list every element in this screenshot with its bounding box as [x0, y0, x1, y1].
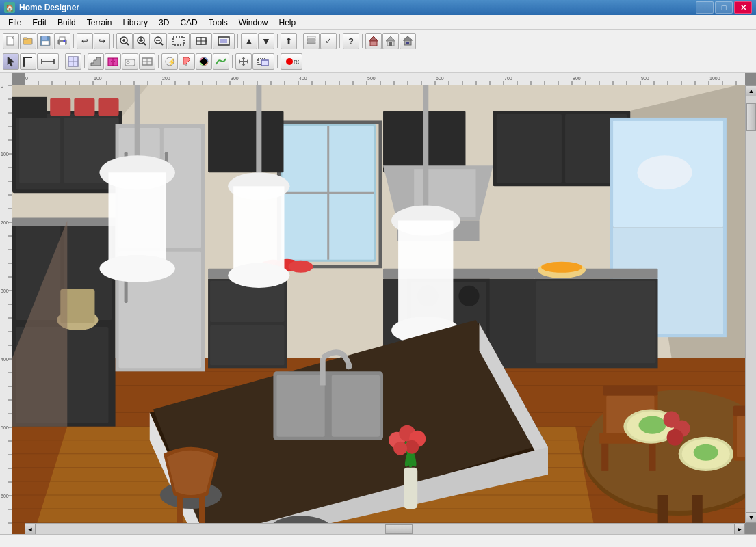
- svg-point-9: [64, 40, 66, 42]
- viewport[interactable]: 01002003004005006007008009001000: [12, 73, 756, 534]
- vertical-scrollbar[interactable]: ▲ ▼: [745, 85, 756, 523]
- svg-rect-5: [42, 41, 49, 45]
- undo-button[interactable]: ↩: [77, 33, 93, 49]
- window-place-button[interactable]: [139, 53, 155, 70]
- svg-rect-27: [307, 42, 315, 44]
- camera-house-button[interactable]: [400, 33, 416, 49]
- svg-rect-225: [12, 97, 47, 118]
- menu-library[interactable]: Library: [117, 16, 153, 29]
- dimensions-button[interactable]: [37, 53, 59, 70]
- svg-rect-276: [536, 281, 656, 363]
- transform-button[interactable]: [252, 53, 274, 70]
- cabinet-button[interactable]: [105, 53, 121, 70]
- svg-rect-37: [406, 42, 409, 44]
- toolbar-separator: [300, 34, 300, 48]
- save-button[interactable]: [37, 33, 53, 49]
- minimize-button[interactable]: ─: [696, 1, 714, 14]
- help-button[interactable]: ?: [343, 33, 359, 49]
- move-button[interactable]: [235, 53, 252, 70]
- zoom-out-button[interactable]: [151, 33, 167, 49]
- roof-button[interactable]: [365, 33, 382, 49]
- check-button[interactable]: ✓: [320, 33, 337, 49]
- rooms-button[interactable]: [65, 53, 81, 70]
- scroll-up-button[interactable]: ▲: [746, 85, 756, 96]
- svg-rect-31: [370, 41, 377, 46]
- zoom-magnify-button[interactable]: [116, 33, 133, 49]
- prev-floor-button[interactable]: ▲: [241, 33, 257, 49]
- svg-rect-226: [50, 98, 70, 116]
- svg-rect-331: [603, 385, 657, 395]
- svg-text:REC: REC: [294, 59, 299, 65]
- scroll-left-button[interactable]: ◄: [25, 524, 36, 534]
- horizontal-scrollbar[interactable]: ◄ ►: [25, 523, 745, 534]
- svg-rect-2: [23, 38, 27, 40]
- toolbar-separator: [84, 55, 85, 68]
- scroll-track-vertical[interactable]: [746, 96, 756, 512]
- svg-rect-254: [497, 114, 562, 183]
- svg-text:⚡: ⚡: [168, 57, 175, 66]
- scroll-right-button[interactable]: ►: [734, 524, 745, 534]
- scroll-down-button[interactable]: ▼: [746, 512, 756, 523]
- stair-button[interactable]: [88, 53, 104, 70]
- svg-rect-8: [60, 42, 65, 45]
- select-button[interactable]: [3, 53, 19, 70]
- svg-rect-334: [649, 444, 655, 471]
- svg-rect-337: [733, 406, 745, 416]
- next-floor-button[interactable]: ▼: [258, 33, 274, 49]
- menu-window[interactable]: Window: [233, 16, 274, 29]
- layers-button[interactable]: [303, 33, 320, 49]
- svg-rect-336: [737, 416, 745, 457]
- svg-point-49: [114, 61, 115, 62]
- new-button[interactable]: [3, 33, 19, 49]
- fit-window-button[interactable]: [213, 33, 235, 49]
- menu-edit[interactable]: Edit: [27, 16, 52, 29]
- svg-rect-233: [12, 217, 119, 226]
- svg-text:600: 600: [1, 494, 9, 498]
- svg-rect-333: [601, 444, 608, 471]
- maximize-button[interactable]: □: [715, 1, 733, 14]
- paint-button[interactable]: [179, 53, 195, 70]
- top-ruler: 01002003004005006007008009001000: [25, 73, 745, 85]
- print-button[interactable]: [54, 33, 70, 49]
- house-button[interactable]: [382, 33, 399, 49]
- svg-point-312: [405, 440, 419, 454]
- record-button[interactable]: REC: [281, 53, 302, 70]
- menu-build[interactable]: Build: [52, 16, 81, 29]
- up-arrow-button[interactable]: ⬆: [281, 33, 297, 49]
- svg-rect-28: [307, 39, 315, 41]
- zoom-in-button[interactable]: [133, 33, 150, 49]
- menu-tools[interactable]: Tools: [203, 16, 233, 29]
- svg-rect-291: [423, 85, 428, 221]
- zoom-extent-button[interactable]: [190, 33, 212, 49]
- svg-rect-285: [109, 172, 166, 269]
- svg-text:600: 600: [436, 76, 444, 81]
- title-bar: 🏠 Home Designer ─ □ ✕: [0, 0, 756, 15]
- redo-button[interactable]: ↪: [94, 33, 110, 49]
- menu-terrain[interactable]: Terrain: [81, 16, 118, 29]
- svg-rect-289: [233, 186, 284, 275]
- svg-point-290: [228, 263, 289, 288]
- menu-file[interactable]: File: [3, 16, 27, 29]
- toolbar-1: ↩ ↪ ▲: [3, 31, 753, 51]
- menu-cad[interactable]: CAD: [174, 16, 203, 29]
- viewport-inner[interactable]: [12, 85, 745, 534]
- svg-point-342: [638, 416, 666, 434]
- open-button[interactable]: [20, 33, 36, 49]
- terrain-tool-button[interactable]: [213, 53, 229, 70]
- zoom-box-button[interactable]: [168, 33, 190, 49]
- menu-3d[interactable]: 3D: [153, 16, 174, 29]
- electrical-button[interactable]: ⚡: [161, 53, 178, 70]
- toolbar-separator: [113, 34, 114, 48]
- scroll-thumb-horizontal[interactable]: [385, 524, 413, 534]
- close-button[interactable]: ✕: [734, 1, 752, 14]
- materials-button[interactable]: [196, 53, 212, 70]
- svg-point-278: [541, 262, 582, 273]
- menu-help[interactable]: Help: [273, 16, 301, 29]
- svg-rect-266: [210, 281, 284, 322]
- draw-walls-button[interactable]: [20, 53, 36, 70]
- scroll-thumb-vertical[interactable]: [746, 103, 756, 131]
- svg-point-313: [393, 442, 407, 455]
- scroll-track-horizontal[interactable]: [36, 524, 734, 534]
- kitchen-scene: [12, 85, 745, 534]
- fixture-button[interactable]: [122, 53, 138, 70]
